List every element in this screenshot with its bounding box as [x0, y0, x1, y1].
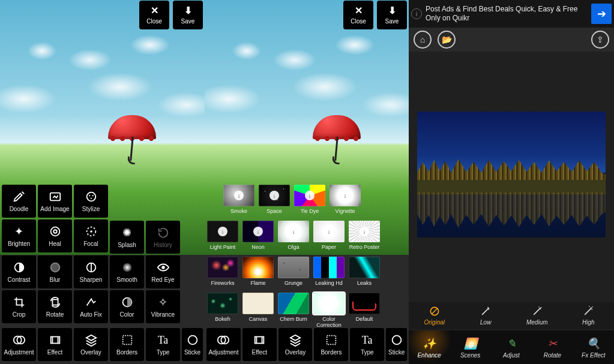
tool-stylize[interactable]: Stylize	[74, 185, 108, 218]
tool-splash[interactable]: ✺Splash	[110, 221, 144, 254]
fx-thumb: ↓	[313, 221, 345, 242]
fx-retro[interactable]: ↓Retro Poster	[348, 221, 381, 250]
tab-borders[interactable]: Borders	[314, 328, 348, 361]
fx-thumb	[278, 257, 309, 278]
share-button[interactable]: ⇪	[591, 31, 609, 49]
tool-doodle[interactable]: Doodle	[2, 185, 36, 218]
tab-effect[interactable]: Effect	[38, 328, 72, 361]
close-button[interactable]: ✕Close	[343, 1, 373, 29]
tool-sharpen[interactable]: Sharpen	[74, 255, 108, 288]
ad-banner[interactable]: i Post Ads & Find Best Deals Quick, Easy…	[409, 0, 614, 28]
fx-paper[interactable]: ↓Paper	[313, 221, 345, 250]
download-badge-icon: ↓	[340, 191, 350, 200]
level-high[interactable]: High	[563, 302, 615, 329]
scenes-icon: 🌅	[463, 336, 478, 351]
home-button[interactable]: ⌂	[414, 31, 432, 49]
fx-lightpaint[interactable]: ↓Light Paint	[206, 221, 239, 250]
fx-thumb	[349, 257, 380, 278]
nav-fxeffect[interactable]: 🔍Fx Effect	[573, 330, 614, 364]
tool-vibrance[interactable]: ✧Vibrance	[146, 290, 180, 323]
download-badge-icon: ↓	[324, 227, 334, 236]
tool-add-image[interactable]: Add Image	[38, 185, 72, 218]
umbrella-graphic	[108, 115, 162, 169]
tab-effect[interactable]: Effect	[242, 328, 277, 361]
vibrance-icon: ✧	[157, 296, 170, 309]
fx-grunge[interactable]: Grunge	[277, 257, 310, 286]
level-medium[interactable]: Medium	[511, 302, 563, 329]
tool-heal[interactable]: Heal	[38, 219, 72, 252]
history-icon	[157, 226, 170, 239]
tab-adjustment[interactable]: Adjustment	[206, 328, 241, 361]
fx-olga[interactable]: ↓Olga	[277, 221, 310, 250]
fx-space[interactable]: ↓Space	[258, 185, 290, 214]
fx-thumb	[313, 293, 345, 314]
fx-vignette[interactable]: ↓Vignette	[329, 185, 361, 214]
tab-overlay[interactable]: Overlay	[278, 328, 313, 361]
fx-tiedye[interactable]: ↓Tie Dye	[293, 185, 326, 214]
tab-sticker[interactable]: Sticke	[182, 328, 203, 361]
sharpen-icon	[85, 261, 98, 274]
fx-thumb: ↓	[349, 221, 380, 242]
smooth-icon	[121, 261, 134, 274]
svg-point-8	[90, 230, 92, 233]
splash-icon: ✺	[121, 226, 134, 239]
save-button[interactable]: ⬇Save	[377, 1, 407, 29]
fx-leakhd[interactable]: Leaking Hd	[313, 257, 345, 286]
share-icon: ⇪	[597, 35, 604, 44]
tool-blur[interactable]: Blur	[38, 255, 72, 288]
save-button[interactable]: ⬇Save	[173, 1, 203, 29]
fx-default[interactable]: Default	[348, 293, 381, 328]
svg-point-1	[86, 192, 95, 201]
nav-adjust[interactable]: ✎Adjust	[491, 330, 532, 364]
tab-sticker[interactable]: Sticke	[386, 328, 407, 361]
tool-focal[interactable]: Focal	[74, 219, 108, 252]
ad-go-button[interactable]: ➔	[591, 4, 612, 24]
tool-smooth[interactable]: Smooth	[110, 255, 144, 288]
tool-rotate[interactable]: Rotate	[38, 290, 72, 323]
tool-contrast[interactable]: Contrast	[2, 255, 36, 288]
svg-point-10	[50, 263, 59, 272]
tab-adjustment[interactable]: Adjustment	[2, 328, 36, 361]
tab-overlay[interactable]: Overlay	[74, 328, 108, 361]
tool-redeye[interactable]: Red Eye	[146, 255, 180, 288]
fx-thumb	[242, 293, 274, 314]
nav-enhance[interactable]: ✨Enhance	[409, 330, 450, 364]
fx-neon[interactable]: ↓Neon	[242, 221, 274, 250]
svg-point-6	[53, 230, 57, 233]
nav-rotate[interactable]: ✂Rotate	[532, 330, 573, 364]
download-badge-icon: ↓	[305, 191, 315, 200]
close-button[interactable]: ✕Close	[139, 1, 169, 29]
svg-point-3	[92, 195, 93, 196]
tool-brighten[interactable]: ✦Brighten	[2, 219, 36, 252]
fx-smoke[interactable]: ↓Smoke	[223, 185, 255, 214]
tab-type[interactable]: TaType	[146, 328, 180, 361]
rotate-icon	[49, 296, 62, 309]
tab-type[interactable]: TaType	[350, 328, 384, 361]
fx-flame[interactable]: Flame	[242, 257, 274, 286]
tab-borders[interactable]: Borders	[110, 328, 144, 361]
download-badge-icon: ↓	[234, 191, 244, 200]
focal-icon	[85, 225, 98, 238]
adjustment-icon	[217, 333, 230, 347]
tool-crop[interactable]: Crop	[2, 290, 36, 323]
fx-thumb: ↓	[242, 221, 274, 242]
fx-canvas[interactable]: Canvas	[242, 293, 274, 328]
close-icon: ✕	[355, 6, 363, 16]
nav-scenes[interactable]: 🌅Scenes	[450, 330, 490, 364]
fx-bokeh[interactable]: Bokeh	[206, 293, 239, 328]
tool-autofix[interactable]: Auto Fix	[74, 290, 108, 323]
fx-thumb	[242, 257, 274, 278]
tool-history[interactable]: History	[146, 221, 180, 254]
fx-leaks[interactable]: Leaks	[348, 257, 381, 286]
fx-chemburn[interactable]: Chem Burn	[277, 293, 310, 328]
home-icon: ⌂	[420, 35, 425, 44]
fx-thumb	[207, 293, 238, 314]
tool-color[interactable]: Color	[110, 290, 144, 323]
open-folder-button[interactable]: 📂	[438, 31, 456, 49]
fx-colorcorrection[interactable]: Color Correction	[313, 293, 345, 328]
fx-thumb	[349, 293, 380, 314]
fx-fireworks[interactable]: Fireworks	[206, 257, 239, 286]
folder-icon: 📂	[442, 35, 452, 44]
level-original[interactable]: Original	[409, 302, 460, 329]
level-low[interactable]: Low	[460, 302, 512, 329]
